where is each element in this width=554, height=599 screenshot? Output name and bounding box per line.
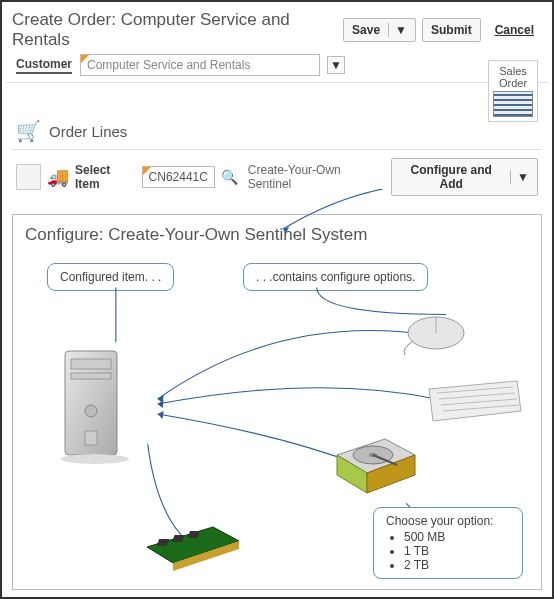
customer-value: Computer Service and Rentals: [87, 58, 250, 72]
callout-choose-option: Choose your option: 500 MB 1 TB 2 TB: [373, 507, 523, 579]
customer-label: Customer: [16, 57, 72, 74]
item-value: CN62441C: [149, 170, 208, 184]
item-description: Create-Your-Own Sentinel: [248, 163, 382, 191]
save-label: Save: [352, 23, 380, 37]
keyboard-icon: [423, 375, 523, 425]
ram-card-icon: [143, 523, 243, 573]
sales-order-badge[interactable]: Sales Order: [488, 60, 538, 122]
save-button[interactable]: Save ▼: [343, 18, 416, 42]
cancel-label: Cancel: [495, 23, 534, 37]
header-actions: Save ▼ Submit Cancel: [343, 18, 542, 42]
svg-rect-3: [71, 373, 111, 379]
customer-dropdown-icon[interactable]: ▼: [327, 56, 345, 74]
order-lines-section: 🛒 Order Lines 🚚 Select Item CN62441C 🔍 C…: [6, 113, 548, 204]
submit-label: Submit: [431, 23, 472, 37]
mouse-icon: [401, 307, 471, 357]
configure-title: Configure: Create-Your-Own Sentinel Syst…: [25, 225, 529, 245]
customer-select[interactable]: Computer Service and Rentals: [80, 54, 320, 76]
order-lines-title: Order Lines: [49, 123, 127, 140]
truck-icon: 🚚: [47, 166, 69, 188]
page-title: Create Order: Computer Service and Renta…: [12, 10, 343, 50]
chevron-down-icon[interactable]: ▼: [388, 23, 407, 37]
search-icon[interactable]: 🔍: [221, 169, 238, 185]
option-item: 1 TB: [404, 544, 510, 558]
cart-icon: 🛒: [16, 119, 41, 143]
add-line-button[interactable]: [16, 164, 41, 190]
svg-rect-5: [85, 431, 97, 445]
svg-point-6: [61, 454, 129, 464]
configure-panel: Configure: Create-Your-Own Sentinel Syst…: [12, 214, 542, 590]
svg-point-4: [85, 405, 97, 417]
options-heading: Choose your option:: [386, 514, 510, 528]
sales-order-text2: Order: [491, 77, 535, 89]
chevron-down-icon[interactable]: ▼: [510, 170, 529, 184]
computer-tower-icon: [55, 345, 145, 465]
submit-button[interactable]: Submit: [422, 18, 481, 42]
svg-rect-2: [71, 359, 111, 369]
select-item-label: Select Item: [75, 163, 136, 191]
option-item: 2 TB: [404, 558, 510, 572]
hard-drive-icon: [331, 431, 421, 501]
cancel-button[interactable]: Cancel: [487, 19, 542, 41]
configure-add-label: Configure and Add: [400, 163, 502, 191]
callout-configured-item: Configured item. . .: [47, 263, 174, 291]
configure-add-button[interactable]: Configure and Add ▼: [391, 158, 538, 196]
sales-order-icon: [493, 91, 533, 117]
item-input[interactable]: CN62441C: [142, 166, 215, 188]
option-item: 500 MB: [404, 530, 510, 544]
callout-contains-options: . . .contains configure options.: [243, 263, 428, 291]
sales-order-text1: Sales: [491, 65, 535, 77]
